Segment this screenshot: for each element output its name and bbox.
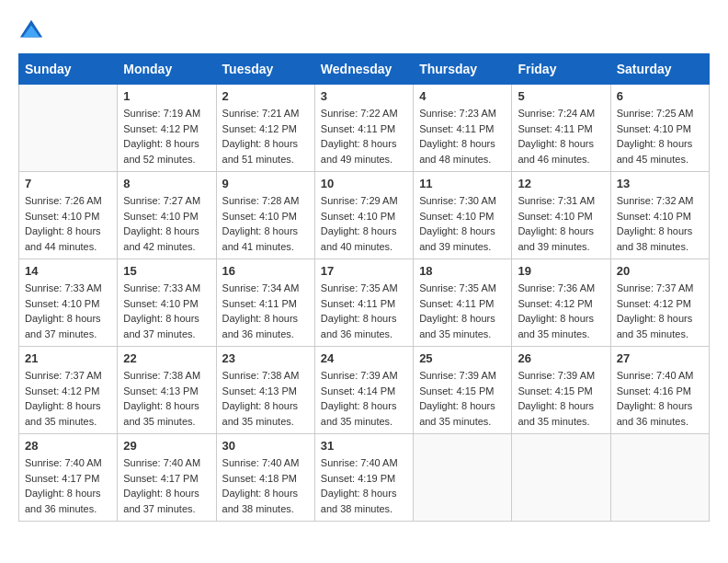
calendar-cell: 30Sunrise: 7:40 AM Sunset: 4:18 PM Dayli… [216,434,314,522]
day-number: 4 [419,89,506,103]
day-number: 15 [123,264,210,278]
day-info: Sunrise: 7:33 AM Sunset: 4:10 PM Dayligh… [25,281,111,341]
day-number: 30 [222,439,309,453]
day-info: Sunrise: 7:22 AM Sunset: 4:11 PM Dayligh… [321,106,407,167]
day-info: Sunrise: 7:37 AM Sunset: 4:12 PM Dayligh… [25,368,111,429]
day-number: 29 [123,439,210,453]
day-number: 27 [617,351,703,365]
calendar-cell: 28Sunrise: 7:40 AM Sunset: 4:17 PM Dayli… [19,434,118,522]
day-number: 3 [321,89,407,103]
day-number: 19 [518,264,604,278]
day-info: Sunrise: 7:19 AM Sunset: 4:12 PM Dayligh… [123,106,210,167]
day-number: 28 [25,439,111,453]
day-number: 1 [123,89,210,103]
calendar-cell: 3Sunrise: 7:22 AM Sunset: 4:11 PM Daylig… [314,85,413,172]
day-info: Sunrise: 7:27 AM Sunset: 4:10 PM Dayligh… [123,193,210,254]
calendar-cell: 4Sunrise: 7:23 AM Sunset: 4:11 PM Daylig… [414,85,512,172]
calendar-cell: 8Sunrise: 7:27 AM Sunset: 4:10 PM Daylig… [118,172,216,259]
calendar-cell: 20Sunrise: 7:37 AM Sunset: 4:12 PM Dayli… [610,259,709,347]
day-info: Sunrise: 7:28 AM Sunset: 4:10 PM Dayligh… [222,193,309,254]
day-info: Sunrise: 7:32 AM Sunset: 4:10 PM Dayligh… [617,193,703,254]
day-number: 25 [419,351,506,365]
calendar-header-monday: Monday [118,54,216,85]
calendar-header-row: SundayMondayTuesdayWednesdayThursdayFrid… [19,54,710,85]
calendar-header-sunday: Sunday [19,54,118,85]
calendar-cell: 22Sunrise: 7:38 AM Sunset: 4:13 PM Dayli… [118,347,216,434]
day-number: 31 [321,439,407,453]
day-number: 21 [25,351,111,365]
calendar-cell: 1Sunrise: 7:19 AM Sunset: 4:12 PM Daylig… [118,85,216,172]
calendar-cell: 6Sunrise: 7:25 AM Sunset: 4:10 PM Daylig… [610,85,709,172]
day-info: Sunrise: 7:40 AM Sunset: 4:16 PM Dayligh… [617,368,703,429]
calendar-header-tuesday: Tuesday [216,54,314,85]
calendar-cell: 7Sunrise: 7:26 AM Sunset: 4:10 PM Daylig… [19,172,118,259]
calendar-week-row: 21Sunrise: 7:37 AM Sunset: 4:12 PM Dayli… [19,347,710,434]
day-info: Sunrise: 7:40 AM Sunset: 4:19 PM Dayligh… [321,455,407,516]
logo-icon [18,18,44,44]
calendar-cell: 21Sunrise: 7:37 AM Sunset: 4:12 PM Dayli… [19,347,118,434]
day-number: 16 [222,264,309,278]
day-number: 9 [222,177,309,190]
calendar-cell: 16Sunrise: 7:34 AM Sunset: 4:11 PM Dayli… [216,259,314,347]
logo [18,18,46,44]
day-info: Sunrise: 7:38 AM Sunset: 4:13 PM Dayligh… [123,368,210,429]
day-number: 5 [518,89,604,103]
calendar-cell: 9Sunrise: 7:28 AM Sunset: 4:10 PM Daylig… [216,172,314,259]
calendar-cell [512,434,610,522]
day-number: 18 [419,264,506,278]
day-info: Sunrise: 7:40 AM Sunset: 4:17 PM Dayligh… [25,455,111,516]
day-info: Sunrise: 7:39 AM Sunset: 4:14 PM Dayligh… [321,368,407,429]
day-number: 6 [617,89,703,103]
calendar-week-row: 7Sunrise: 7:26 AM Sunset: 4:10 PM Daylig… [19,172,710,259]
page-header [18,18,710,44]
day-number: 22 [123,351,210,365]
calendar-cell: 25Sunrise: 7:39 AM Sunset: 4:15 PM Dayli… [414,347,512,434]
calendar-cell: 26Sunrise: 7:39 AM Sunset: 4:15 PM Dayli… [512,347,610,434]
calendar-cell: 10Sunrise: 7:29 AM Sunset: 4:10 PM Dayli… [314,172,413,259]
calendar-cell: 29Sunrise: 7:40 AM Sunset: 4:17 PM Dayli… [118,434,216,522]
calendar-cell: 14Sunrise: 7:33 AM Sunset: 4:10 PM Dayli… [19,259,118,347]
day-number: 17 [321,264,407,278]
calendar-cell: 12Sunrise: 7:31 AM Sunset: 4:10 PM Dayli… [512,172,610,259]
calendar-header-thursday: Thursday [414,54,512,85]
calendar-cell: 17Sunrise: 7:35 AM Sunset: 4:11 PM Dayli… [314,259,413,347]
calendar-header-saturday: Saturday [610,54,709,85]
day-info: Sunrise: 7:21 AM Sunset: 4:12 PM Dayligh… [222,106,309,167]
day-number: 7 [25,177,111,190]
day-info: Sunrise: 7:23 AM Sunset: 4:11 PM Dayligh… [419,106,506,167]
day-number: 26 [518,351,604,365]
day-number: 14 [25,264,111,278]
calendar-header-wednesday: Wednesday [314,54,413,85]
calendar-cell: 27Sunrise: 7:40 AM Sunset: 4:16 PM Dayli… [610,347,709,434]
day-info: Sunrise: 7:35 AM Sunset: 4:11 PM Dayligh… [321,281,407,341]
calendar-week-row: 14Sunrise: 7:33 AM Sunset: 4:10 PM Dayli… [19,259,710,347]
day-info: Sunrise: 7:36 AM Sunset: 4:12 PM Dayligh… [518,281,604,341]
calendar-table: SundayMondayTuesdayWednesdayThursdayFrid… [18,53,710,522]
day-info: Sunrise: 7:40 AM Sunset: 4:18 PM Dayligh… [222,455,309,516]
day-number: 11 [419,177,506,190]
calendar-cell: 2Sunrise: 7:21 AM Sunset: 4:12 PM Daylig… [216,85,314,172]
day-info: Sunrise: 7:31 AM Sunset: 4:10 PM Dayligh… [518,193,604,254]
calendar-header-friday: Friday [512,54,610,85]
calendar-cell: 13Sunrise: 7:32 AM Sunset: 4:10 PM Dayli… [610,172,709,259]
calendar-cell: 19Sunrise: 7:36 AM Sunset: 4:12 PM Dayli… [512,259,610,347]
day-info: Sunrise: 7:38 AM Sunset: 4:13 PM Dayligh… [222,368,309,429]
day-number: 13 [617,177,703,190]
day-number: 24 [321,351,407,365]
day-number: 10 [321,177,407,190]
day-number: 20 [617,264,703,278]
day-info: Sunrise: 7:39 AM Sunset: 4:15 PM Dayligh… [419,368,506,429]
calendar-week-row: 28Sunrise: 7:40 AM Sunset: 4:17 PM Dayli… [19,434,710,522]
day-info: Sunrise: 7:39 AM Sunset: 4:15 PM Dayligh… [518,368,604,429]
calendar-cell: 24Sunrise: 7:39 AM Sunset: 4:14 PM Dayli… [314,347,413,434]
day-info: Sunrise: 7:40 AM Sunset: 4:17 PM Dayligh… [123,455,210,516]
calendar-cell [414,434,512,522]
day-number: 2 [222,89,309,103]
day-info: Sunrise: 7:30 AM Sunset: 4:10 PM Dayligh… [419,193,506,254]
calendar-cell: 18Sunrise: 7:35 AM Sunset: 4:11 PM Dayli… [414,259,512,347]
calendar-cell: 15Sunrise: 7:33 AM Sunset: 4:10 PM Dayli… [118,259,216,347]
day-info: Sunrise: 7:26 AM Sunset: 4:10 PM Dayligh… [25,193,111,254]
calendar-cell: 11Sunrise: 7:30 AM Sunset: 4:10 PM Dayli… [414,172,512,259]
calendar-cell [19,85,118,172]
day-info: Sunrise: 7:25 AM Sunset: 4:10 PM Dayligh… [617,106,703,167]
